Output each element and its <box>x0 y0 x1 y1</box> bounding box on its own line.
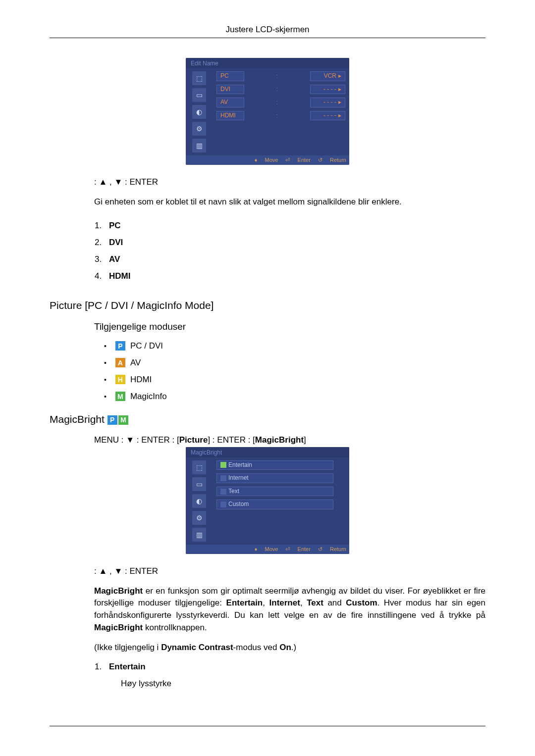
mode-label: PC / DVI <box>130 341 163 351</box>
check-icon <box>220 462 226 468</box>
mode-label: HDMI <box>130 375 152 385</box>
list-item: A AV <box>104 358 485 368</box>
intro-text-1: Gi enheten som er koblet til et navn sli… <box>94 196 485 208</box>
osd2-main: Entertain Internet Text Custom <box>213 457 349 545</box>
osd2-row-label: Custom <box>216 500 333 509</box>
list-item: DVI <box>104 234 485 251</box>
osd1-row-sep: : <box>248 99 306 106</box>
nav-line-1: : ▲ , ▼ : ENTER <box>94 177 485 187</box>
osd1-row-value: - - - -▸ <box>310 85 345 95</box>
osd1-row-sep: : <box>248 86 306 93</box>
mode-label: AV <box>130 358 141 368</box>
section-magicbright-title: MagicBright PM <box>50 413 485 425</box>
list-item: HDMI <box>104 268 485 285</box>
subsection-modes-title: Tilgjengelige moduser <box>94 321 485 332</box>
list-item: M MagicInfo <box>104 392 485 402</box>
osd1-row-sep: : <box>248 112 306 119</box>
menu-path: MENU : ▼ : ENTER : [Picture] : ENTER : [… <box>94 435 485 445</box>
osd1-footer: ♦ Move ⏎ Enter ↺ Return <box>186 155 349 165</box>
osd-icon-multi: ▥ <box>192 139 206 152</box>
list-item: PC <box>104 217 485 234</box>
osd1-row-label: DVI <box>216 85 244 95</box>
not-available-note: (Ikke tilgjengelig i Dynamic Contrast-mo… <box>94 642 485 654</box>
magicbright-paragraph: MagicBright er en funksjon som gir optim… <box>94 585 485 634</box>
badge-a-icon: A <box>115 358 125 367</box>
osd-icon-sound: ◐ <box>192 494 206 508</box>
osd1-row-label: PC <box>216 71 244 81</box>
osd1-sidebar: ⬚ ▭ ◐ ⚙ ▥ <box>186 68 213 155</box>
list-item: H HDMI <box>104 375 485 385</box>
magicbright-mode-list: Entertain Høy lysstyrke <box>94 662 485 689</box>
list-item: Entertain Høy lysstyrke <box>104 662 485 689</box>
osd2-row-label: Entertain <box>216 460 333 470</box>
mode-label: MagicInfo <box>130 392 167 402</box>
osd1-title: Edit Name <box>186 58 349 68</box>
osd2-footer: ♦ Move ⏎ Enter ↺ Return <box>186 545 349 554</box>
osd-edit-name: Edit Name ⬚ ▭ ◐ ⚙ ▥ PC : VCR▸ DVI : - - … <box>186 58 349 165</box>
osd2-sidebar: ⬚ ▭ ◐ ⚙ ▥ <box>186 457 213 545</box>
osd1-row-label: AV <box>216 98 244 107</box>
osd-icon-picture: ▭ <box>192 88 206 102</box>
footer-rule <box>50 726 485 726</box>
osd-magicbright: MagicBright ⬚ ▭ ◐ ⚙ ▥ Entertain Internet… <box>186 447 349 554</box>
osd-icon-setup: ⚙ <box>192 122 206 136</box>
osd2-title: MagicBright <box>186 447 349 457</box>
check-icon <box>220 475 226 481</box>
mode-sub-desc: Høy lysstyrke <box>121 679 485 689</box>
list-item: AV <box>104 251 485 268</box>
mode-list: P PC / DVI A AV H HDMI M MagicInfo <box>104 341 485 402</box>
osd1-row-value: - - - -▸ <box>310 98 345 107</box>
badge-h-icon: H <box>115 375 125 384</box>
osd-icon-input: ⬚ <box>192 71 206 85</box>
osd-icon-picture: ▭ <box>192 477 206 491</box>
source-list: PC DVI AV HDMI <box>94 217 485 285</box>
osd1-row-value: - - - -▸ <box>310 111 345 121</box>
badge-p-icon: P <box>107 415 117 425</box>
section-picture-title: Picture [PC / DVI / MagicInfo Mode] <box>50 300 485 311</box>
badge-m-icon: M <box>115 392 125 401</box>
osd-icon-sound: ◐ <box>192 105 206 119</box>
osd1-main: PC : VCR▸ DVI : - - - -▸ AV : - - - -▸ H… <box>213 68 349 155</box>
osd-icon-setup: ⚙ <box>192 511 206 525</box>
osd-icon-input: ⬚ <box>192 460 206 474</box>
badge-m-icon: M <box>118 415 128 425</box>
osd1-row-value: VCR▸ <box>310 71 345 81</box>
check-icon <box>220 502 226 507</box>
list-item: P PC / DVI <box>104 341 485 351</box>
osd1-row-sep: : <box>248 73 306 80</box>
badge-p-icon: P <box>115 341 125 351</box>
osd2-row-label: Text <box>216 487 333 497</box>
nav-line-2: : ▲ , ▼ : ENTER <box>94 566 485 576</box>
header-rule <box>50 38 485 38</box>
page-header-title: Justere LCD-skjermen <box>50 25 485 35</box>
osd1-row-label: HDMI <box>216 111 244 121</box>
osd-icon-multi: ▥ <box>192 528 206 542</box>
osd2-row-label: Internet <box>216 473 333 483</box>
check-icon <box>220 489 226 495</box>
